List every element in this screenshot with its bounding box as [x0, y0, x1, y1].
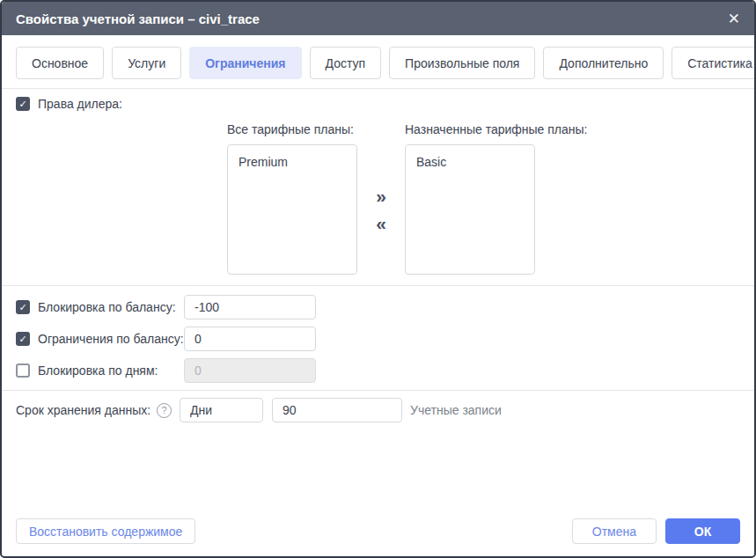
assigned-plans-label: Назначенные тарифные планы: — [405, 122, 535, 136]
help-icon[interactable]: ? — [157, 403, 172, 418]
balance-block-label: Блокировка по балансу: — [38, 300, 184, 314]
data-retention-section: Срок хранения данных: ? Учетные записи — [2, 391, 754, 422]
tariff-plan-lists: Все тарифные планы: Premium » « Назначен… — [227, 122, 740, 275]
dealer-rights-label: Права дилера: — [38, 97, 122, 111]
retention-label: Срок хранения данных: — [16, 403, 157, 417]
tab-custom-fields[interactable]: Произвольные поля — [389, 47, 535, 79]
tab-restrictions[interactable]: Ограничения — [189, 47, 301, 79]
days-block-checkbox[interactable] — [16, 363, 30, 378]
ok-button[interactable]: ОК — [665, 518, 740, 544]
footer-actions: Отмена ОК — [572, 518, 740, 544]
balance-limits-section: ✓ Блокировка по балансу: ✓ Ограничения п… — [2, 286, 754, 390]
balance-block-row: ✓ Блокировка по балансу: — [16, 295, 740, 319]
dialog-titlebar: Свойства учетной записи – civi_trace ✕ — [2, 2, 754, 35]
balance-limit-checkbox[interactable]: ✓ — [16, 332, 30, 346]
cancel-button[interactable]: Отмена — [572, 518, 657, 544]
days-block-input — [184, 358, 316, 383]
assigned-plans-column: Назначенные тарифные планы: Basic — [405, 122, 535, 275]
all-plans-listbox[interactable]: Premium — [227, 144, 357, 275]
balance-block-checkbox[interactable]: ✓ — [16, 300, 30, 314]
all-plans-label: Все тарифные планы: — [227, 122, 357, 136]
balance-limit-label: Ограничения по балансу: — [38, 332, 184, 346]
restore-content-button[interactable]: Восстановить содержимое — [16, 518, 195, 544]
move-right-button[interactable]: » — [376, 187, 386, 205]
tab-additional[interactable]: Дополнительно — [543, 47, 664, 79]
check-icon: ✓ — [18, 302, 26, 313]
tab-main[interactable]: Основное — [16, 47, 104, 79]
list-item[interactable]: Basic — [416, 154, 524, 170]
tab-bar: Основное Услуги Ограничения Доступ Произ… — [2, 35, 754, 88]
dialog-footer: Восстановить содержимое Отмена ОК — [2, 518, 754, 556]
check-icon: ✓ — [18, 334, 26, 345]
days-block-row: Блокировка по дням: — [16, 358, 740, 383]
days-block-label: Блокировка по дням: — [38, 363, 184, 378]
tab-statistics[interactable]: Статистика — [672, 47, 756, 79]
retention-period-input[interactable] — [272, 398, 402, 422]
list-item[interactable]: Premium — [239, 154, 346, 170]
dialog-title: Свойства учетной записи – civi_trace — [16, 11, 260, 26]
assigned-plans-listbox[interactable]: Basic — [405, 144, 535, 275]
dealer-rights-row: ✓ Права дилера: — [16, 94, 740, 114]
balance-block-input[interactable] — [184, 295, 316, 319]
balance-limit-row: ✓ Ограничения по балансу: — [16, 327, 740, 351]
retention-suffix-label: Учетные записи — [410, 403, 502, 417]
tab-services[interactable]: Услуги — [112, 47, 181, 79]
dealer-rights-section: ✓ Права дилера: Все тарифные планы: Prem… — [2, 89, 754, 285]
move-left-button[interactable]: « — [376, 214, 386, 232]
all-plans-column: Все тарифные планы: Premium — [227, 122, 357, 275]
dealer-rights-checkbox[interactable]: ✓ — [16, 97, 30, 111]
transfer-controls: » « — [357, 144, 405, 275]
account-properties-dialog: Свойства учетной записи – civi_trace ✕ О… — [0, 0, 756, 558]
retention-unit-input[interactable] — [180, 398, 263, 422]
balance-limit-input[interactable] — [184, 327, 316, 351]
check-icon: ✓ — [18, 99, 26, 110]
tab-access[interactable]: Доступ — [310, 47, 382, 79]
close-icon[interactable]: ✕ — [728, 11, 740, 26]
